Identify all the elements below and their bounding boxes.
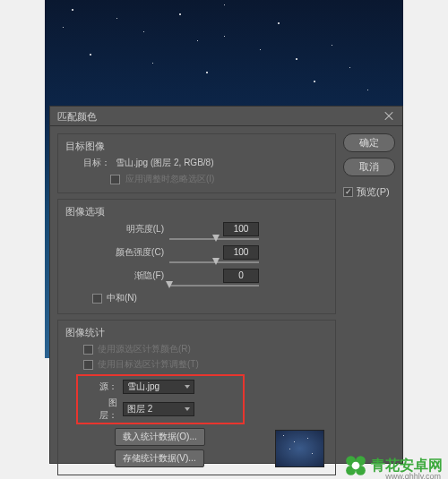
fade-value[interactable]: 0 [223,269,259,283]
neutralize-label: 中和(N) [107,292,137,304]
stats-group: 图像统计 使用源选区计算颜色(R) 使用目标选区计算调整(T) 源： 雪山.jp… [57,320,336,475]
ok-button[interactable]: 确定 [343,133,395,152]
options-group: 图像选项 明亮度(L) 100 颜色强度(C) 100 渐隐(F) 0 [57,199,336,314]
svg-point-4 [352,462,360,470]
luminance-value[interactable]: 100 [223,222,259,236]
cancel-button[interactable]: 取消 [343,158,395,176]
intensity-slider[interactable] [169,261,259,263]
fade-thumb[interactable] [166,281,173,288]
close-icon[interactable] [383,110,395,123]
intensity-value[interactable]: 100 [223,245,259,260]
use-target-label: 使用目标选区计算调整(T) [98,358,199,371]
layer-label: 图层： [92,397,117,422]
use-target-checkbox [83,360,93,370]
dialog-title-text: 匹配颜色 [57,107,97,126]
preview-label: 预览(P) [357,185,390,199]
ignore-selection-checkbox [110,175,120,184]
dialog-titlebar: 匹配颜色 [50,107,402,126]
target-group: 目标图像 目标： 雪山.jpg (图层 2, RGB/8) 应用调整时忽略选区(… [57,133,336,193]
watermark-url: www.qhhlv.com [385,472,441,479]
layer-dropdown[interactable]: 图层 2 [123,402,194,416]
intensity-label: 颜色强度(C) [92,246,164,259]
use-source-label: 使用源选区计算颜色(R) [98,343,191,355]
watermark-logo-icon [344,454,367,477]
fade-label: 渐隐(F) [92,269,164,282]
match-color-dialog: 匹配颜色 目标图像 目标： 雪山.jpg (图层 2, RGB/8) 应用调整时… [49,106,403,464]
source-thumbnail [275,430,324,467]
source-dropdown[interactable]: 雪山.jpg [123,380,194,394]
use-source-checkbox [83,345,93,355]
neutralize-checkbox[interactable] [92,294,102,304]
luminance-label: 明亮度(L) [92,223,164,235]
chevron-down-icon [185,407,190,411]
target-value: 雪山.jpg (图层 2, RGB/8) [116,157,213,169]
intensity-thumb[interactable] [212,258,220,265]
options-group-title: 图像选项 [65,205,328,218]
luminance-slider[interactable] [169,238,259,240]
source-value: 雪山.jpg [127,381,159,393]
ignore-selection-label: 应用调整时忽略选区(I) [125,173,214,185]
target-group-title: 目标图像 [65,140,328,153]
save-stats-button[interactable]: 存储统计数据(V)... [115,449,204,467]
source-label: 源： [92,381,117,393]
layer-value: 图层 2 [127,403,152,415]
load-stats-button[interactable]: 载入统计数据(O)... [115,428,205,446]
stats-group-title: 图像统计 [65,326,328,339]
chevron-down-icon [185,385,190,389]
luminance-thumb[interactable] [212,235,220,242]
fade-slider[interactable] [169,285,259,287]
preview-checkbox[interactable] [343,187,353,197]
target-label: 目标： [83,157,110,169]
